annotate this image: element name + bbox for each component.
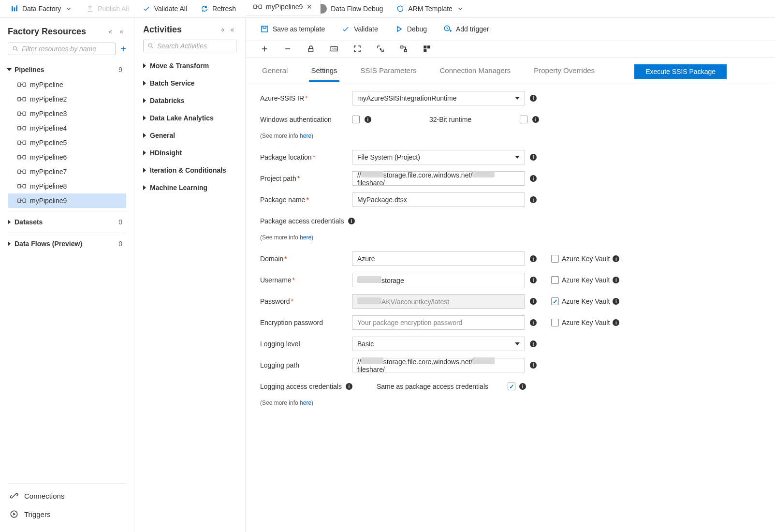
close-tab-button[interactable]: ✕ bbox=[307, 3, 312, 11]
sidebar-item-pipeline[interactable]: myPipeline bbox=[8, 77, 126, 92]
username-input[interactable]: storage bbox=[352, 273, 525, 287]
validate-all-button[interactable]: Validate All bbox=[143, 5, 187, 13]
sidebar-item-pipeline[interactable]: myPipeline5 bbox=[8, 135, 126, 150]
tab-settings[interactable]: Settings bbox=[309, 62, 339, 82]
akv-username-checkbox[interactable] bbox=[551, 276, 559, 284]
sidebar-item-pipeline[interactable]: myPipeline4 bbox=[8, 121, 126, 135]
tab-ssis-parameters[interactable]: SSIS Parameters bbox=[359, 62, 419, 82]
zoom-out-icon[interactable] bbox=[283, 44, 292, 53]
add-trigger-button[interactable]: Add trigger bbox=[443, 25, 489, 33]
sidebar-item-pipeline[interactable]: myPipeline6 bbox=[8, 150, 126, 164]
brand-menu[interactable]: Data Factory bbox=[11, 5, 73, 13]
lock-icon[interactable] bbox=[307, 44, 315, 53]
activity-group[interactable]: Machine Learning bbox=[143, 179, 236, 196]
info-icon[interactable]: i bbox=[532, 116, 539, 123]
info-icon[interactable]: i bbox=[530, 362, 537, 369]
svg-rect-24 bbox=[254, 5, 257, 9]
connections-link[interactable]: Connections bbox=[8, 487, 126, 505]
akv-domain-checkbox[interactable] bbox=[551, 255, 559, 263]
32bit-runtime-checkbox[interactable] bbox=[520, 116, 527, 123]
svg-rect-19 bbox=[23, 184, 26, 188]
collapse-icon[interactable] bbox=[219, 27, 226, 33]
domain-input[interactable]: Azure bbox=[352, 251, 525, 266]
activity-group[interactable]: General bbox=[143, 127, 236, 144]
refresh-button[interactable]: Refresh bbox=[201, 5, 236, 13]
info-icon[interactable]: i bbox=[530, 319, 537, 326]
filter-resources-input[interactable]: Filter resources by name bbox=[8, 43, 116, 55]
pipeline-tab[interactable]: myPipeline9 ✕ bbox=[246, 0, 321, 15]
datasets-group[interactable]: Datasets 0 bbox=[8, 214, 126, 230]
windows-auth-checkbox[interactable] bbox=[352, 116, 360, 123]
publish-all-button[interactable]: Publish All bbox=[86, 5, 129, 13]
azure-ssis-ir-select[interactable]: myAzureSSISIntegrationRuntime bbox=[352, 91, 525, 105]
tab-general[interactable]: General bbox=[260, 62, 290, 82]
password-input[interactable]: AKV/accountkey/latest bbox=[352, 294, 525, 309]
collapse-left-icon[interactable] bbox=[230, 27, 236, 33]
akv-encpwd-checkbox[interactable] bbox=[551, 319, 559, 326]
package-name-input[interactable]: MyPackage.dtsx bbox=[352, 192, 525, 207]
collapse-icon[interactable] bbox=[106, 29, 114, 35]
zoom-in-icon[interactable] bbox=[260, 44, 269, 53]
dataflows-group[interactable]: Data Flows (Preview) 0 bbox=[8, 236, 126, 251]
sidebar-item-pipeline[interactable]: myPipeline7 bbox=[8, 164, 126, 179]
minimap-icon[interactable] bbox=[423, 44, 431, 53]
zoom-100-icon[interactable]: 100 bbox=[330, 44, 338, 53]
info-icon[interactable]: i bbox=[530, 255, 537, 262]
package-location-select[interactable]: File System (Project) bbox=[352, 150, 525, 164]
info-icon[interactable]: i bbox=[519, 383, 526, 390]
select-icon[interactable] bbox=[376, 44, 385, 53]
arm-template-menu[interactable]: ARM Template bbox=[396, 5, 464, 13]
svg-rect-14 bbox=[18, 155, 21, 159]
sidebar-item-pipeline[interactable]: myPipeline8 bbox=[8, 179, 126, 193]
info-icon[interactable]: i bbox=[530, 175, 537, 182]
activity-group[interactable]: Databricks bbox=[143, 92, 236, 109]
collapse-left-icon[interactable] bbox=[118, 29, 126, 35]
same-as-checkbox[interactable] bbox=[508, 383, 515, 390]
info-icon[interactable]: i bbox=[530, 95, 537, 102]
project-path-input[interactable]: //storage.file.core.windows.net/fileshar… bbox=[352, 171, 525, 186]
validate-label: Validate bbox=[354, 25, 378, 33]
info-icon[interactable]: i bbox=[530, 277, 537, 283]
tab-property-overrides[interactable]: Property Overrides bbox=[532, 62, 597, 82]
activity-group[interactable]: Batch Service bbox=[143, 74, 236, 92]
tab-connection-managers[interactable]: Connection Managers bbox=[438, 62, 512, 82]
debug-button[interactable]: Debug bbox=[395, 25, 427, 33]
activity-group[interactable]: Data Lake Analytics bbox=[143, 109, 236, 127]
pipelines-group[interactable]: Pipelines 9 bbox=[8, 62, 126, 77]
pipeline-label: myPipeline bbox=[30, 81, 63, 89]
info-icon[interactable]: i bbox=[530, 154, 537, 161]
execute-ssis-node[interactable]: Execute SSIS Package bbox=[634, 64, 727, 79]
see-more-link[interactable]: (See more info here) bbox=[260, 399, 352, 406]
info-icon[interactable]: i bbox=[530, 340, 537, 347]
encryption-password-input[interactable]: Your package encryption password bbox=[352, 315, 525, 330]
activity-group[interactable]: Iteration & Conditionals bbox=[143, 162, 236, 179]
add-resource-button[interactable]: + bbox=[120, 44, 126, 54]
triggers-link[interactable]: Triggers bbox=[8, 505, 126, 523]
auto-layout-icon[interactable] bbox=[399, 44, 408, 53]
info-icon[interactable]: i bbox=[613, 277, 619, 283]
logging-level-select[interactable]: Basic bbox=[352, 337, 525, 351]
activity-group[interactable]: Move & Transform bbox=[143, 57, 236, 74]
sidebar-item-pipeline[interactable]: myPipeline9 bbox=[8, 193, 126, 208]
validate-button[interactable]: Validate bbox=[341, 25, 378, 33]
akv-password-checkbox[interactable] bbox=[551, 297, 559, 305]
chevron-down-icon bbox=[456, 5, 464, 13]
info-icon[interactable]: i bbox=[346, 383, 352, 390]
see-more-link[interactable]: (See more info here) bbox=[260, 234, 352, 241]
info-icon[interactable]: i bbox=[613, 298, 619, 305]
sidebar-item-pipeline[interactable]: myPipeline3 bbox=[8, 106, 126, 121]
logging-path-input[interactable]: //storage.file.core.windows.net/fileshar… bbox=[352, 358, 525, 372]
info-icon[interactable]: i bbox=[613, 255, 619, 262]
save-template-label: Save as template bbox=[273, 25, 325, 33]
activity-group[interactable]: HDInsight bbox=[143, 144, 236, 162]
sidebar-item-pipeline[interactable]: myPipeline2 bbox=[8, 92, 126, 106]
zoom-fit-icon[interactable] bbox=[353, 44, 362, 53]
info-icon[interactable]: i bbox=[530, 298, 537, 305]
save-as-template-button[interactable]: Save as template bbox=[260, 25, 325, 33]
info-icon[interactable]: i bbox=[348, 218, 355, 224]
info-icon[interactable]: i bbox=[365, 116, 371, 123]
info-icon[interactable]: i bbox=[613, 319, 619, 326]
see-more-link[interactable]: (See more info here) bbox=[260, 133, 352, 139]
search-activities-input[interactable]: Search Activities bbox=[143, 40, 236, 52]
info-icon[interactable]: i bbox=[530, 196, 537, 203]
